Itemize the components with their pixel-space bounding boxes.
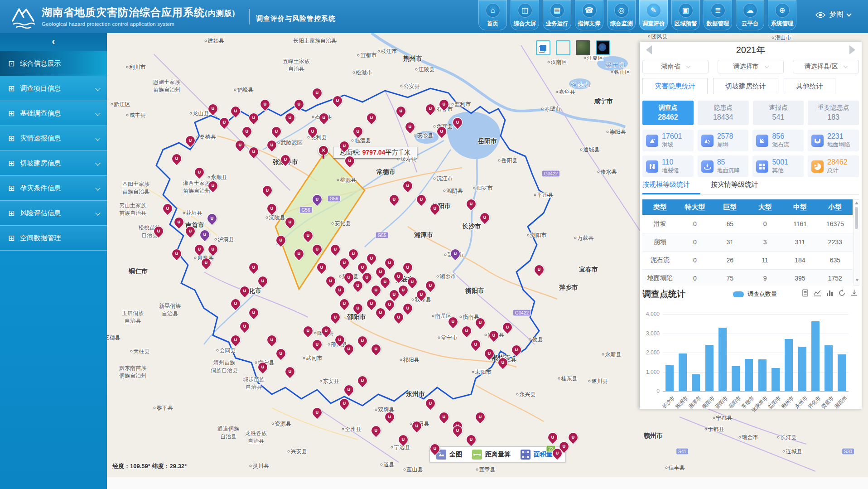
hazard-marker[interactable]: ∪ <box>342 343 355 355</box>
nav-区域预警[interactable]: ▣区域预警 <box>671 0 700 30</box>
hazard-marker[interactable]: ∪ <box>388 193 400 206</box>
hazard-marker[interactable]: ∪ <box>206 212 218 225</box>
hazard-marker[interactable]: ∪ <box>261 184 274 197</box>
nav-综合大屏[interactable]: ◫综合大屏 <box>511 0 539 30</box>
hazard-marker[interactable]: ∪ <box>424 279 437 292</box>
tab-切坡建房统计[interactable]: 切坡建房统计 <box>713 78 778 94</box>
hazard-marker[interactable]: ∪ <box>383 411 396 423</box>
hazard-marker[interactable]: ∪ <box>449 247 462 260</box>
hazard-marker[interactable]: ∪ <box>424 397 437 410</box>
tile-崩塌[interactable]: 2578崩塌 <box>698 130 749 151</box>
hazard-marker[interactable]: ∪ <box>284 365 296 378</box>
tile-泥石流[interactable]: 856泥石流 <box>752 130 804 151</box>
hazard-marker[interactable]: ∪ <box>483 347 496 360</box>
hazard-marker[interactable]: ∪ <box>207 179 219 192</box>
sidebar-item-灾情速报信息[interactable]: ⊞灾情速报信息 <box>0 126 107 151</box>
hazard-marker[interactable]: ∪ <box>318 111 330 124</box>
line-chart-icon[interactable] <box>814 289 821 299</box>
tab-灾害隐患统计[interactable]: 灾害隐患统计 <box>642 78 708 94</box>
hazard-marker[interactable]: ∪ <box>551 447 564 460</box>
hazard-marker[interactable]: ∪ <box>315 261 328 274</box>
chart-legend[interactable]: 调查点数量 <box>733 290 777 298</box>
hazard-marker[interactable]: ∪ <box>546 431 559 444</box>
hazard-marker[interactable]: ∪ <box>338 257 351 269</box>
username[interactable]: 梦图 <box>829 10 844 19</box>
hazard-marker[interactable]: ∪ <box>234 139 246 151</box>
eye-icon[interactable] <box>815 12 825 18</box>
hazard-marker[interactable]: ∪ <box>501 321 514 334</box>
hazard-marker[interactable]: ∪ <box>324 275 337 287</box>
region-select-2[interactable]: 请选择县/区 <box>793 60 859 73</box>
hazard-marker[interactable]: ∪ <box>401 179 414 192</box>
hazard-marker[interactable]: ∪ <box>347 247 360 260</box>
hazard-marker[interactable]: ∪ <box>293 98 305 111</box>
nav-数据管理[interactable]: ≣数据管理 <box>704 0 732 30</box>
hazard-marker[interactable]: ∪ <box>247 111 260 124</box>
hazard-marker[interactable]: ∪ <box>338 297 351 310</box>
tab-by-severity[interactable]: 按灾情等级统计 <box>711 180 758 188</box>
hazard-marker[interactable]: ∪ <box>401 261 414 274</box>
hazard-marker[interactable]: ∪ <box>356 261 369 274</box>
hazard-marker[interactable]: ∪ <box>170 152 183 165</box>
sidebar-item-调查项目信息[interactable]: ⊞调查项目信息 <box>0 76 107 101</box>
sidebar-item-综合信息展示[interactable]: ⊡综合信息展示 <box>0 51 107 76</box>
hazard-marker[interactable]: ∪ <box>533 263 545 276</box>
hazard-marker[interactable]: ∪ <box>352 302 364 315</box>
hazard-marker[interactable]: ∪ <box>311 406 323 419</box>
hazard-marker[interactable]: ∪ <box>241 125 253 138</box>
year-prev-arrow[interactable] <box>646 45 652 54</box>
hazard-marker[interactable]: ∪ <box>293 247 305 260</box>
hazard-marker[interactable]: ∪ <box>365 111 378 124</box>
satellite-layer-thumbnail[interactable] <box>576 40 590 55</box>
sidebar-item-空间数据管理[interactable]: ⊞空间数据管理 <box>0 226 107 251</box>
hazard-marker[interactable]: ∪ <box>356 334 369 347</box>
hazard-marker[interactable]: ∪ <box>451 424 464 437</box>
card-隐患点[interactable]: 隐患点18434 <box>698 101 749 125</box>
hazard-marker[interactable]: ∪ <box>392 311 405 324</box>
hazard-marker[interactable]: ∪ <box>229 334 242 346</box>
hazard-marker[interactable]: ∪ <box>474 316 487 329</box>
tool-距离量算[interactable]: 距离量算 <box>472 450 511 460</box>
hazard-marker[interactable]: ∪ <box>329 243 342 256</box>
hazard-marker[interactable]: ∪ <box>474 411 487 423</box>
street-layer-thumbnail[interactable] <box>556 40 570 55</box>
hazard-marker[interactable]: ∪ <box>284 216 296 228</box>
hazard-marker[interactable]: ∪ <box>311 87 323 99</box>
hazard-marker[interactable]: ∪ <box>497 356 509 369</box>
tile-其他[interactable]: 5001其他 <box>752 155 804 177</box>
hazard-marker[interactable]: ∪ <box>229 105 242 117</box>
hazard-marker[interactable]: ∪ <box>207 102 219 115</box>
hazard-marker[interactable]: ∪ <box>247 145 260 158</box>
hazard-marker[interactable]: ∪ <box>465 433 477 446</box>
hazard-marker[interactable]: ∪ <box>256 275 269 287</box>
hazard-marker[interactable]: ∪ <box>265 202 278 215</box>
hazard-marker[interactable]: ∪ <box>302 229 314 242</box>
hazard-marker[interactable]: ∪ <box>438 411 450 423</box>
hazard-marker[interactable]: ∪ <box>311 338 323 351</box>
layers-icon[interactable] <box>536 40 550 55</box>
globe-layer-thumbnail[interactable] <box>596 40 610 55</box>
sidebar-item-基础调查信息[interactable]: ⊞基础调查信息 <box>0 101 107 126</box>
nav-首页[interactable]: ⌂首页 <box>478 0 507 30</box>
region-select-0[interactable]: 湖南省 <box>642 60 709 73</box>
hazard-marker[interactable]: ∪ <box>415 288 428 301</box>
hazard-marker[interactable]: ∪ <box>218 116 231 129</box>
hazard-marker[interactable]: ∪ <box>356 374 369 387</box>
hazard-marker[interactable]: ∪ <box>361 271 373 284</box>
hazard-marker[interactable]: ∪ <box>238 320 251 333</box>
hazard-marker[interactable]: ∪ <box>435 125 448 138</box>
hazard-marker[interactable]: ∪ <box>343 155 356 167</box>
hazard-marker[interactable]: ∪ <box>229 297 242 310</box>
tile-地裂缝[interactable]: 110地裂缝 <box>642 155 694 177</box>
hazard-marker[interactable]: ∪ <box>198 228 211 241</box>
hazard-marker[interactable]: ∪ <box>429 202 441 215</box>
hazard-marker[interactable]: ∪ <box>338 397 351 410</box>
sidebar-item-切坡建房信息[interactable]: ⊞切坡建房信息 <box>0 151 107 176</box>
hazard-marker[interactable]: ∪ <box>342 383 355 396</box>
hazard-marker[interactable]: ∪ <box>275 234 287 247</box>
card-重要隐患点[interactable]: 重要隐患点183 <box>808 101 859 125</box>
hazard-marker[interactable]: ∪ <box>397 433 410 446</box>
chevron-down-icon[interactable] <box>846 11 851 16</box>
hazard-marker[interactable]: ∪ <box>311 243 323 256</box>
bar-chart-icon[interactable] <box>826 289 834 299</box>
